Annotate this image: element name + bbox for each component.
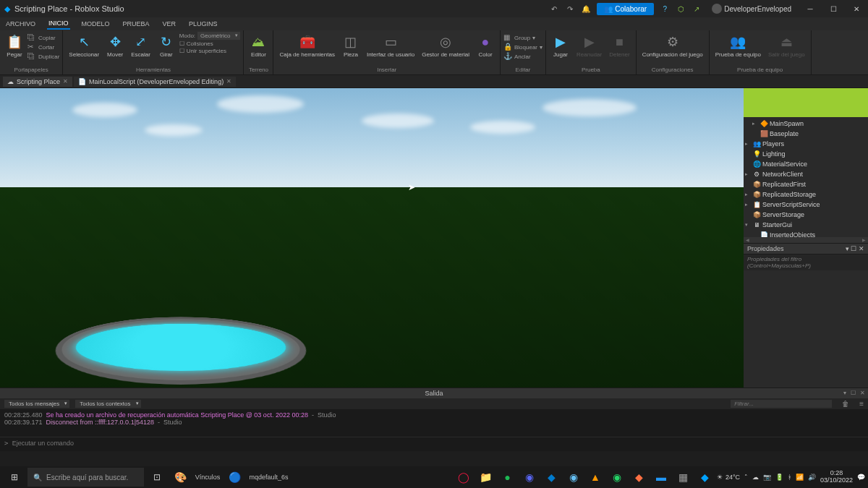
app-spotify[interactable]: ● xyxy=(497,467,517,487)
start-button[interactable]: ⊞ xyxy=(3,467,26,487)
collisions-toggle[interactable]: ☐Colisiones xyxy=(179,40,241,47)
explorer-panel: 🔶MainSpawn🟫Baseplate👥Players💡Lighting🌐Ma… xyxy=(744,117,868,237)
group-button[interactable]: ▦Group ▾ xyxy=(503,33,542,42)
tray-cloud-icon[interactable]: ☁ xyxy=(752,474,759,481)
app-vscode[interactable]: ◆ xyxy=(541,467,561,487)
play-button[interactable]: ▶Jugar xyxy=(549,32,572,59)
menu-home[interactable]: INICIO xyxy=(47,18,70,30)
select-button[interactable]: ↖Seleccionar xyxy=(66,32,102,59)
join-toggle[interactable]: ☐Unir superficies xyxy=(179,48,241,54)
color-button[interactable]: ●Color xyxy=(474,32,497,59)
app-blender[interactable]: ◆ xyxy=(629,467,649,487)
app-orange[interactable]: ▲ xyxy=(585,467,605,487)
output-filter-contexts[interactable]: Todos los contextos xyxy=(75,400,140,408)
tray-chevron-icon[interactable]: ˄ xyxy=(744,474,748,481)
tree-item[interactable]: 🌐MaterialService xyxy=(744,159,868,169)
command-input[interactable]: > Ejecutar un comando xyxy=(0,437,868,451)
tray-wifi-icon[interactable]: 📶 xyxy=(796,474,804,481)
app-whatsapp[interactable]: ◉ xyxy=(607,467,627,487)
tray-bluetooth-icon[interactable]: ᚼ xyxy=(788,474,791,481)
app-steam[interactable]: ◉ xyxy=(563,467,583,487)
copy-button[interactable]: ⿻Copiar xyxy=(27,33,59,42)
move-button[interactable]: ✥Mover xyxy=(103,32,127,59)
trash-icon[interactable]: 🗑 xyxy=(842,400,849,408)
help-icon[interactable]: ? xyxy=(657,0,673,17)
scale-button[interactable]: ⤢Escalar xyxy=(128,32,153,59)
tab-script[interactable]: 📄 MainLocalScript (DeveloperEnveloped Ed… xyxy=(74,77,236,87)
ui-button[interactable]: ▭Interfaz de usuario xyxy=(364,32,417,59)
taskbar-search[interactable]: 🔍Escribe aquí para buscar. xyxy=(27,468,144,487)
maximize-button[interactable]: ☐ xyxy=(822,0,845,17)
toolbox-button[interactable]: 🧰Caja de herramientas xyxy=(276,32,337,59)
tree-item[interactable]: 🔶MainSpawn xyxy=(744,119,868,129)
output-filter-messages[interactable]: Todos los mensajes xyxy=(4,400,69,408)
bell-icon[interactable]: 🔔 xyxy=(578,0,594,17)
weather[interactable]: ☀24°C xyxy=(717,474,740,481)
app-roblox[interactable]: ◆ xyxy=(695,467,715,487)
minimize-button[interactable]: ─ xyxy=(799,0,822,17)
tray-battery-icon[interactable]: 🔋 xyxy=(775,474,783,481)
output-search[interactable]: Filtrar... xyxy=(731,400,832,408)
lime-overlay xyxy=(744,88,868,117)
user-button[interactable]: DeveloperEnveloped xyxy=(705,0,799,17)
app-discord[interactable]: ◉ xyxy=(519,467,540,487)
tree-item[interactable]: 📋ServerScriptService xyxy=(744,200,868,210)
app-notes[interactable]: ▬ xyxy=(651,467,671,487)
tab-close-icon[interactable]: ✕ xyxy=(226,78,231,85)
tree-item[interactable]: 👥Players xyxy=(744,139,868,149)
material-button[interactable]: ◎Gestor de material xyxy=(419,32,472,59)
properties-header[interactable]: Propiedades▾ ☐ ✕ xyxy=(744,243,868,254)
mode-dropdown[interactable]: Geométrico xyxy=(197,32,240,40)
output-header[interactable]: Salida ▾☐✕ xyxy=(0,388,868,398)
lock-button[interactable]: 🔒Bloquear ▾ xyxy=(503,43,542,51)
app-misc[interactable]: ▦ xyxy=(673,467,693,487)
tree-item[interactable]: 🖥StarterGui xyxy=(744,220,868,230)
tree-item[interactable]: ⚙NetworkClient xyxy=(744,169,868,179)
properties-filter[interactable]: Propiedades del filtro (Control+Mayúscul… xyxy=(744,254,868,270)
tray-volume-icon[interactable]: 🔊 xyxy=(808,474,816,481)
collaborate-button[interactable]: 👥Colaborar xyxy=(597,3,654,15)
menu-test[interactable]: PRUEBA xyxy=(122,19,151,29)
team-test-button[interactable]: 👥Prueba de equipo xyxy=(712,32,764,59)
menu-file[interactable]: ARCHIVO xyxy=(4,19,37,29)
close-button[interactable]: ✕ xyxy=(845,0,868,17)
game-config-button[interactable]: ⚙Configuración del juego xyxy=(639,32,706,59)
tray-notif-icon[interactable]: 💬 xyxy=(857,474,865,481)
menu-icon[interactable]: ≡ xyxy=(859,400,864,408)
group-insert-label: Insertar xyxy=(276,66,497,73)
anchor-button[interactable]: ⚓Anclar xyxy=(503,52,542,61)
tray-camera-icon[interactable]: 📷 xyxy=(763,474,771,481)
paste-button[interactable]: 📋Pegar xyxy=(3,32,26,59)
tree-item[interactable]: 📦ServerStorage xyxy=(744,210,868,220)
tree-item[interactable]: 💡Lighting xyxy=(744,149,868,159)
menu-plugins[interactable]: PLUGINS xyxy=(187,19,219,29)
menu-model[interactable]: MODELO xyxy=(80,19,111,29)
taskbar-links[interactable]: Vínculos xyxy=(192,474,224,481)
menu-view[interactable]: VER xyxy=(161,19,178,29)
group-clipboard-label: Portapapeles xyxy=(3,66,59,73)
task-view[interactable]: ⊡ xyxy=(145,467,169,487)
taskbar-linkfile[interactable]: mqdefault_6s xyxy=(247,474,292,481)
cut-button[interactable]: ✂Cortar xyxy=(27,43,59,51)
clock[interactable]: 0:2803/10/2022 xyxy=(820,470,853,484)
duplicate-button[interactable]: ⿻Duplicar xyxy=(27,52,59,61)
share-icon[interactable]: ↗ xyxy=(689,0,705,17)
tab-close-icon[interactable]: ✕ xyxy=(63,78,68,85)
menu-bar: ARCHIVO INICIO MODELO PRUEBA VER PLUGINS xyxy=(0,17,868,30)
upgrade-icon[interactable]: ⬡ xyxy=(673,0,689,17)
part-button[interactable]: ◫Pieza xyxy=(339,32,362,59)
tree-item[interactable]: 📄InsertedObjects xyxy=(744,230,868,237)
tree-item[interactable]: 📦ReplicatedFirst xyxy=(744,179,868,189)
app-explorer[interactable]: 📁 xyxy=(475,467,495,487)
tree-item[interactable]: 📦ReplicatedStorage xyxy=(744,189,868,200)
viewport[interactable]: ➤ xyxy=(0,88,744,388)
app-colors[interactable]: 🎨 xyxy=(170,467,190,487)
rotate-button[interactable]: ↻Girar xyxy=(155,32,178,59)
undo-icon[interactable]: ↶ xyxy=(546,0,562,17)
tree-item[interactable]: 🟫Baseplate xyxy=(744,129,868,139)
tab-place[interactable]: ☁ Scripting Place ✕ xyxy=(3,77,72,87)
app-file[interactable]: 🔵 xyxy=(224,467,244,487)
app-opera[interactable]: ◯ xyxy=(454,467,474,487)
terrain-editor-button[interactable]: ⛰Editor xyxy=(247,32,270,59)
redo-icon[interactable]: ↷ xyxy=(562,0,578,17)
